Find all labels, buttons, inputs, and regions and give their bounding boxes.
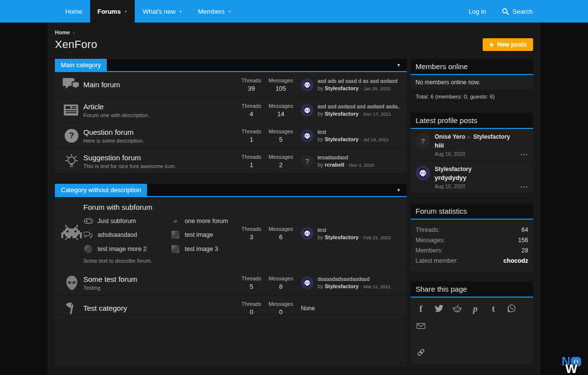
avatar[interactable]: ? (416, 133, 430, 148)
latest-post-author[interactable]: Stylesfactory (325, 234, 359, 240)
profile-post-author[interactable]: Onisé Yero (435, 133, 465, 140)
latest-post-author[interactable]: rcrabell (325, 162, 344, 168)
post-menu-icon[interactable]: ●●● (521, 153, 528, 156)
breadcrumb-home[interactable]: Home (55, 29, 70, 35)
latest-post-title[interactable]: test (318, 227, 391, 233)
forum-title[interactable]: Question forum (83, 128, 235, 136)
latest-profile-posts-block: Latest profile posts ? Onisé Yero ▷ Styl… (411, 113, 533, 194)
messages-label: Messages (269, 301, 293, 307)
nav-item-whats-new[interactable]: What's new ▼ (135, 0, 190, 23)
latest-post-title[interactable]: dsaasdadsasdasdasd (318, 276, 391, 282)
collapse-chevron-icon[interactable]: ▼ (391, 184, 407, 196)
subforum-link[interactable]: » one more forum (171, 217, 264, 225)
threads-label: Threads (239, 301, 264, 307)
latest-post-title[interactable]: test (318, 129, 389, 135)
subforum-link[interactable]: Just subforum (83, 217, 166, 225)
latest-post-date: Feb 21, 2022 (364, 235, 391, 240)
new-posts-button[interactable]: New posts (483, 38, 533, 51)
search-button[interactable]: Search (494, 0, 540, 23)
forum-description: Forum one with description. (83, 112, 235, 118)
members-online-total: Total: 6 (members: 0, guests: 6) (411, 90, 533, 103)
latest-profile-posts-title[interactable]: Latest profile posts (411, 113, 533, 129)
subforum-label: test image (185, 231, 213, 238)
category-title-tab[interactable]: Category without description (55, 184, 147, 196)
nav-item-members[interactable]: Members ▼ (190, 0, 239, 23)
nav-item-home[interactable]: Home (57, 0, 90, 23)
latest-post-author[interactable]: Stylesfactory (325, 283, 359, 289)
chevron-down-icon[interactable]: ▼ (228, 10, 231, 13)
watermark-logo: N ( ) W (557, 355, 586, 375)
link-icon[interactable] (416, 348, 425, 357)
twitter-icon[interactable] (435, 304, 443, 313)
sidebar: Members online No members online now. To… (411, 59, 533, 374)
forum-row-main-forum: Main forum Threads39 Messages105 asd ads… (55, 72, 407, 98)
messages-label: Messages (269, 154, 293, 160)
messages-count: 105 (269, 85, 293, 92)
nav-members-label: Members (198, 8, 224, 15)
post-menu-icon[interactable]: ●●● (521, 185, 528, 188)
lightbulb-icon (60, 153, 83, 169)
avatar[interactable] (301, 276, 314, 289)
members-online-title[interactable]: Members online (411, 59, 533, 75)
profile-post-date[interactable]: Aug 16, 2020 (435, 151, 510, 157)
chevron-down-icon[interactable]: ▼ (179, 10, 182, 13)
nav-item-forums[interactable]: Forums ▼ (90, 0, 135, 23)
avatar[interactable] (416, 166, 430, 180)
subforum-link[interactable]: test image more 2 (83, 245, 166, 253)
category-title: Category without description (61, 186, 141, 194)
avatar[interactable]: ? (301, 155, 314, 168)
profile-post-date[interactable]: Aug 10, 2020 (435, 183, 471, 189)
avatar[interactable] (301, 129, 314, 142)
profile-post-target[interactable]: Stylesfactory (473, 133, 510, 140)
forum-title[interactable]: Some test forum (83, 275, 235, 283)
forum-row-article: Article Forum one with description. Thre… (55, 98, 407, 123)
forum-description: Some text to describe forum. (83, 258, 235, 264)
avatar[interactable] (301, 78, 314, 91)
breadcrumb: Home › (55, 29, 533, 35)
thumbnail-image (171, 245, 180, 253)
search-icon (502, 8, 509, 15)
tumblr-icon[interactable]: t (489, 304, 498, 313)
thumbnail-image (171, 231, 180, 239)
page-title: XenForo (55, 38, 97, 51)
forum-title[interactable]: Forum with subforum (83, 203, 235, 211)
avatar[interactable] (301, 104, 314, 117)
collapse-chevron-icon[interactable]: ▼ (391, 59, 407, 71)
latest-post-title[interactable]: asd asd asdasd asd asdasd asda.. (318, 103, 400, 109)
subforum-link[interactable]: adsdsaasdasd (83, 231, 166, 239)
subforum-link[interactable]: test image 3 (171, 245, 264, 253)
latest-post-title[interactable]: tesadasdasd (318, 154, 374, 160)
login-button[interactable]: Log in (461, 0, 493, 23)
facebook-icon[interactable]: f (416, 304, 425, 313)
latest-post-date: Jul 19, 2021 (364, 137, 389, 142)
forum-row-question-forum: ? Question forum Here is some descriptio… (55, 123, 407, 149)
forum-title[interactable]: Suggestion forum (83, 153, 235, 162)
messages-label: Messages (269, 226, 293, 232)
profile-post-author[interactable]: Stylesfactory (435, 166, 471, 173)
latest-post-author[interactable]: Stylesfactory (325, 111, 359, 117)
double-chevron-icon: » (171, 217, 180, 225)
latest-post-author[interactable]: Stylesfactory (325, 85, 359, 91)
no-latest-post-label: None (301, 305, 315, 312)
gamepad-icon (83, 218, 93, 224)
axe-icon (60, 301, 83, 316)
subforum-label: adsdsaasdasd (98, 231, 137, 238)
category-title-tab[interactable]: Main category (55, 59, 107, 71)
forum-description: Testing (83, 285, 235, 291)
forum-title[interactable]: Article (83, 102, 235, 111)
comments-outline-icon (83, 231, 93, 239)
whatsapp-icon[interactable] (507, 304, 516, 313)
latest-member-link[interactable]: chocodz (503, 257, 528, 264)
reddit-icon[interactable] (453, 304, 462, 313)
latest-post-author[interactable]: Stylesfactory (325, 136, 359, 142)
pinterest-icon[interactable]: p (471, 304, 480, 313)
latest-post-title[interactable]: asd ads ad sasd d as asd asdasd (318, 78, 397, 84)
forum-title[interactable]: Test category (83, 304, 235, 312)
avatar[interactable] (301, 227, 314, 240)
chevron-down-icon[interactable]: ▼ (124, 10, 127, 13)
stat-row-latest-member: Latest member: chocodz (416, 255, 528, 266)
forum-title[interactable]: Main forum (83, 80, 235, 89)
threads-count: 5 (239, 283, 264, 290)
email-icon[interactable] (416, 322, 425, 330)
threads-count: 39 (239, 85, 264, 92)
